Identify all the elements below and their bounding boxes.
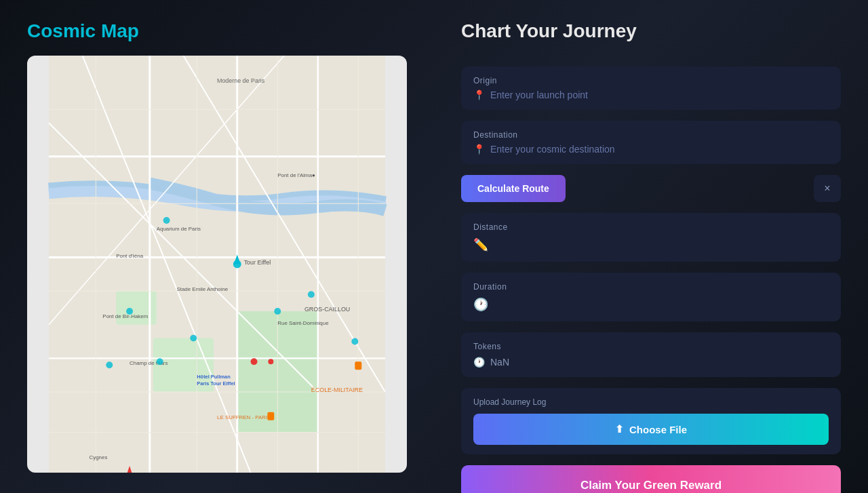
svg-text:Cygnes: Cygnes <box>90 454 108 460</box>
svg-point-50 <box>268 359 273 364</box>
destination-label: Destination <box>473 130 829 140</box>
tokens-icon: 🕐 <box>473 357 485 368</box>
tokens-value: NaN <box>490 357 509 368</box>
choose-file-label: Choose File <box>629 424 687 435</box>
distance-label: Distance <box>473 222 829 232</box>
svg-point-41 <box>157 358 163 365</box>
left-panel-title: Cosmic Map <box>27 20 407 42</box>
tokens-field: Tokens 🕐 NaN <box>461 332 841 377</box>
origin-input[interactable] <box>490 90 829 100</box>
svg-text:Hôtel Pullman: Hôtel Pullman <box>197 374 231 380</box>
duration-field: Duration 🕐 <box>461 273 841 321</box>
claim-reward-button[interactable]: Claim Your Green Reward <box>461 465 841 493</box>
upload-icon: ⬆ <box>615 423 624 435</box>
svg-text:Paris Tour Eiffel: Paris Tour Eiffel <box>197 380 235 387</box>
map-container: Moderne de Paris Aquarium de Paris Pont … <box>27 56 407 473</box>
svg-text:Rue Saint-Dominique: Rue Saint-Dominique <box>277 320 329 326</box>
origin-location-icon: 📍 <box>473 90 485 100</box>
svg-point-46 <box>351 338 358 345</box>
svg-point-40 <box>126 308 133 315</box>
svg-text:GROS-CAILLOU: GROS-CAILLOU <box>304 306 350 313</box>
upload-label: Upload Journey Log <box>473 397 829 407</box>
destination-input[interactable] <box>490 144 829 155</box>
svg-point-42 <box>308 291 315 298</box>
svg-text:Pont de l'Alma●: Pont de l'Alma● <box>277 172 315 178</box>
tokens-row: 🕐 NaN <box>473 357 829 368</box>
left-panel: Cosmic Map <box>0 0 434 493</box>
svg-point-45 <box>274 308 281 315</box>
destination-location-icon: 📍 <box>473 144 485 155</box>
right-panel-title: Chart Your Journey <box>461 20 841 42</box>
duration-icon: 🕐 <box>473 297 829 312</box>
origin-field: Origin 📍 <box>461 66 841 110</box>
svg-rect-0 <box>49 56 385 473</box>
svg-point-39 <box>163 217 170 224</box>
svg-point-49 <box>251 358 258 365</box>
svg-text:Stade Emile Anthoine: Stade Emile Anthoine <box>176 286 228 292</box>
svg-text:Tour Eiffel: Tour Eiffel <box>244 259 271 266</box>
svg-text:Aquarium de Paris: Aquarium de Paris <box>157 226 201 232</box>
choose-file-button[interactable]: ⬆ Choose File <box>473 414 829 445</box>
svg-text:Pont d'Iéna: Pont d'Iéna <box>116 253 143 259</box>
origin-label: Origin <box>473 76 829 85</box>
svg-text:ÉCOLE-MILITAIRE: ÉCOLE-MILITAIRE <box>311 387 363 393</box>
close-button[interactable]: × <box>814 175 841 202</box>
calculate-route-button[interactable]: Calculate Route <box>461 175 566 202</box>
tokens-label: Tokens <box>473 342 829 351</box>
svg-text:Moderne de Paris: Moderne de Paris <box>217 77 265 84</box>
right-panel: Chart Your Journey Origin 📍 Destination … <box>434 0 868 493</box>
distance-icon: ✏️ <box>473 237 829 252</box>
upload-section: Upload Journey Log ⬆ Choose File <box>461 388 841 454</box>
svg-rect-54 <box>267 412 274 420</box>
svg-point-43 <box>190 335 197 342</box>
svg-text:LE SUFFREN - PARIS: LE SUFFREN - PARIS <box>217 414 271 420</box>
svg-text:Pont de Bir-Hakem: Pont de Bir-Hakem <box>102 313 148 319</box>
distance-field: Distance ✏️ <box>461 213 841 262</box>
duration-label: Duration <box>473 282 829 292</box>
destination-field: Destination 📍 <box>461 121 841 164</box>
actions-row: Calculate Route × <box>461 175 841 202</box>
svg-point-44 <box>106 361 113 368</box>
svg-rect-53 <box>355 361 361 370</box>
